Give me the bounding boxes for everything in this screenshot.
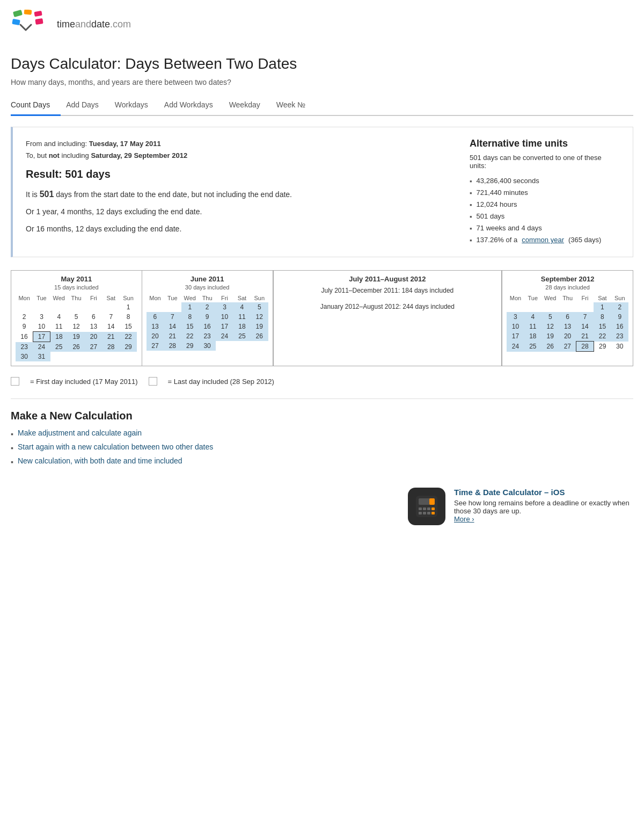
page-subtitle: How many days, months, and years are the… (11, 78, 633, 86)
logo: timeanddate.com (11, 10, 633, 39)
new-calc-link-2[interactable]: New calculation, with both date and time… (18, 456, 182, 465)
page-title: Days Calculator: Days Between Two Dates (11, 55, 633, 72)
header: timeanddate.com (0, 0, 644, 45)
new-calc-item-0: Make adjustment and calculate again (11, 429, 633, 438)
legend-last-label: = Last day included (28 Sep 2012) (168, 378, 274, 386)
result-heading: Result: 501 days (26, 168, 448, 180)
new-calc-item-2: New calculation, with both date and time… (11, 456, 633, 466)
svg-rect-2 (34, 11, 42, 17)
cal-may-grid: MonTueWedThuFriSatSun 1 2345678 91011121… (16, 294, 137, 361)
new-calc-link-0[interactable]: Make adjustment and calculate again (18, 429, 142, 437)
result-days: 501 (40, 190, 54, 199)
svg-rect-12 (419, 512, 422, 514)
new-calc-list: Make adjustment and calculate again Star… (11, 429, 633, 466)
cal-range-title: July 2011–August 2012 (278, 275, 497, 283)
result-left: From and including: Tuesday, 17 May 2011… (26, 138, 448, 246)
cal-june-title: June 2011 (147, 275, 268, 283)
to-label: To, but (26, 151, 47, 159)
tab-workdays[interactable]: Workdays (115, 95, 159, 115)
svg-rect-13 (423, 512, 426, 514)
calendar-range-middle: July 2011–August 2012 July 2011–December… (273, 270, 502, 366)
legend-first-box (11, 377, 19, 386)
tab-add-workdays[interactable]: Add Workdays (164, 95, 224, 115)
svg-rect-7 (429, 498, 435, 505)
from-label: From and including: (26, 140, 87, 148)
calendar-june-2011: June 2011 30 days included MonTueWedThuF… (142, 270, 273, 366)
alt-item-5: 137.26% of a common year (365 days) (470, 234, 620, 246)
new-calc-section: Make a New Calculation Make adjustment a… (11, 410, 633, 466)
app-icon (408, 488, 445, 525)
app-title: Time & Date Calculator – iOS (454, 488, 633, 497)
svg-rect-0 (13, 10, 23, 17)
desc1-pre: It is (26, 190, 40, 199)
divider (11, 398, 633, 399)
to-not: not (49, 151, 60, 159)
result-section: From and including: Tuesday, 17 May 2011… (11, 127, 633, 257)
cal-may-subtitle: 15 days included (16, 284, 137, 291)
to-rest: including (62, 151, 89, 159)
desc3: Or 16 months, 12 days excluding the end … (26, 223, 448, 236)
svg-rect-8 (419, 507, 422, 510)
app-desc: See how long remains before a deadline o… (454, 499, 633, 515)
tab-weekday[interactable]: Weekday (229, 95, 271, 115)
cal-range-rows: July 2011–December 2011: 184 days includ… (278, 285, 497, 313)
result-right: Alternative time units 501 days can be c… (470, 138, 620, 246)
new-calc-title: Make a New Calculation (11, 410, 633, 422)
svg-rect-11 (431, 507, 435, 510)
alt-title: Alternative time units (470, 138, 620, 149)
alt-item-0: 43,286,400 seconds (470, 175, 620, 187)
calendar-sep-2012: September 2012 28 days included MonTueWe… (502, 270, 633, 366)
result-description: It is 501 days from the start date to th… (26, 187, 448, 236)
cal-sep-grid: MonTueWedThuFriSatSun 12 3456789 1011121… (507, 294, 628, 352)
cal-may-title: May 2011 (16, 275, 137, 283)
tab-count-days[interactable]: Count Days (11, 95, 61, 116)
cal-sep-subtitle: 28 days included (507, 284, 628, 291)
alt-item-4: 71 weeks and 4 days (470, 222, 620, 234)
common-year-link[interactable]: common year (522, 236, 564, 244)
cal-june-grid: MonTueWedThuFriSatSun 12345 6789101112 1… (147, 294, 268, 351)
app-promo-inner: Time & Date Calculator – iOS See how lon… (408, 488, 633, 525)
alt-item-1: 721,440 minutes (470, 187, 620, 199)
svg-rect-1 (24, 10, 32, 15)
legend-last-box (149, 377, 157, 386)
alt-list: 43,286,400 seconds 721,440 minutes 12,02… (470, 175, 620, 246)
tab-add-days[interactable]: Add Days (66, 95, 109, 115)
calendar-may-2011: May 2011 15 days included MonTueWedThuFr… (11, 270, 142, 366)
app-promo: Time & Date Calculator – iOS See how lon… (11, 488, 633, 541)
app-icon-svg (413, 493, 440, 520)
cal-sep-title: September 2012 (507, 275, 628, 283)
svg-rect-9 (423, 507, 426, 510)
legend: = First day included (17 May 2011) = Las… (11, 377, 633, 386)
main-content: Days Calculator: Days Between Two Dates … (0, 45, 644, 552)
svg-rect-15 (431, 512, 435, 514)
range-row-0: July 2011–December 2011: 184 days includ… (278, 285, 497, 297)
logo-icon (11, 10, 54, 39)
svg-rect-3 (12, 19, 20, 25)
calendar-row: May 2011 15 days included MonTueWedThuFr… (11, 270, 633, 366)
legend-first-label: = First day included (17 May 2011) (30, 378, 138, 386)
range-row-1: January 2012–August 2012: 244 days inclu… (278, 301, 497, 313)
to-date: Saturday, 29 September 2012 (91, 151, 187, 159)
cal-june-subtitle: 30 days included (147, 284, 268, 291)
date-range: From and including: Tuesday, 17 May 2011… (26, 138, 448, 162)
logo-text: timeanddate.com (57, 19, 131, 30)
desc1-post: days from the start date to the end date… (54, 190, 292, 199)
app-text: Time & Date Calculator – iOS See how lon… (454, 488, 633, 523)
svg-rect-14 (427, 512, 430, 514)
new-calc-link-1[interactable]: Start again with a new calculation betwe… (18, 443, 213, 451)
new-calc-item-1: Start again with a new calculation betwe… (11, 443, 633, 452)
alt-item-2: 12,024 hours (470, 199, 620, 211)
alt-item-3: 501 days (470, 211, 620, 222)
alt-subtitle: 501 days can be converted to one of thes… (470, 154, 620, 170)
svg-rect-4 (35, 18, 43, 25)
tab-week-no[interactable]: Week № (276, 95, 316, 115)
desc2: Or 1 year, 4 months, 12 days excluding t… (26, 206, 448, 219)
tab-bar: Count Days Add Days Workdays Add Workday… (11, 95, 633, 116)
svg-rect-10 (427, 507, 430, 510)
from-date: Tuesday, 17 May 2011 (89, 140, 161, 148)
app-more-link[interactable]: More › (454, 515, 474, 523)
